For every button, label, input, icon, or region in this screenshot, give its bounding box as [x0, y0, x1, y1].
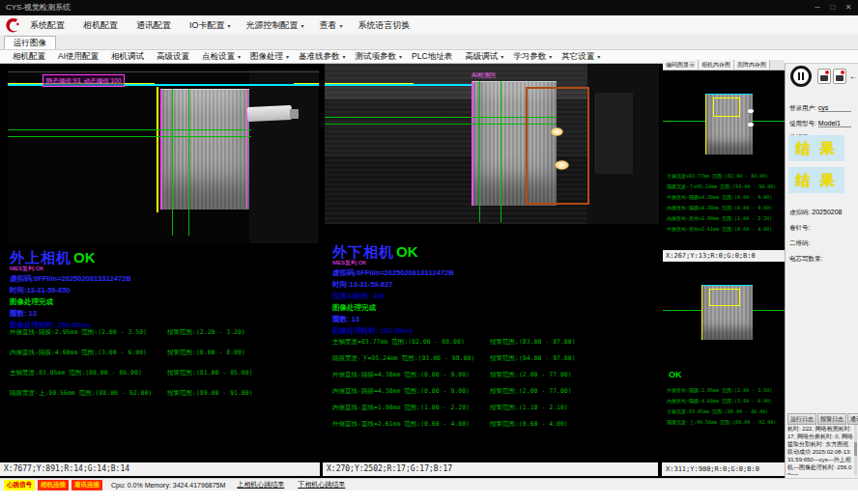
- alarm-range: 报警范围:(1.10 - 2.10): [490, 404, 568, 412]
- close-icon[interactable]: ✕: [841, 0, 856, 15]
- status-bar: 心跳信号相机连接通讯连接 Cpu: 0.0% Memory: 3424.4179…: [0, 478, 858, 490]
- menu-item[interactable]: 系统配置: [22, 15, 75, 36]
- green-measure-line: [325, 124, 557, 125]
- camera-record-bottom-button[interactable]: [833, 69, 846, 84]
- maximize-icon[interactable]: □: [825, 0, 841, 15]
- menu-item[interactable]: 查看▾: [312, 15, 351, 36]
- alarm-range: 报警范围:(2.00 - 77.00): [490, 387, 572, 396]
- heartbeat-link[interactable]: 上相机心跳结果: [237, 480, 284, 490]
- measurement-value: 内侧直线-隔膜=4.38mm 范围:(0.00 - 9.00): [332, 387, 470, 396]
- toolbar-button[interactable]: AI使用配置: [53, 49, 106, 64]
- aux-readout-lines: 外侧直线-隔膜:2.95mm 范围:(2.00 - 3.50)内侧直线-隔膜:4…: [667, 385, 776, 428]
- log-tab[interactable]: 运行日志: [787, 413, 816, 425]
- toolbar-button[interactable]: 相机配置: [8, 49, 53, 64]
- measurement-rows: 主轴宽度=83.77mm 范围:(82.00 - 88.00)报警范围:(83.…: [332, 338, 651, 436]
- cpu-memory-status: Cpu: 0.0% Memory: 3424.41796875M: [111, 482, 225, 489]
- camera-view-aux-bottom[interactable]: OK 外侧直线-隔膜:2.95mm 范围:(2.00 - 3.50)内侧直线-隔…: [663, 262, 785, 466]
- toolbar-button[interactable]: 测试项参数▾: [351, 49, 408, 64]
- tab-strip: 运行图像: [0, 35, 858, 50]
- chevron-down-icon: ▾: [399, 54, 402, 60]
- memory-view-tab[interactable]: 相机内存图: [699, 60, 734, 70]
- result-ok-badge: OK: [669, 370, 682, 379]
- camera-record-top-button[interactable]: [817, 69, 831, 84]
- pause-button[interactable]: [790, 66, 812, 87]
- menu-item[interactable]: 光源控制配置▾: [239, 15, 312, 36]
- weld-spot: [551, 127, 563, 136]
- machine-part: [593, 93, 633, 174]
- log-text: 耗时: 222, 网络检测耗时: 17, 网络分类耗时: 0, 网络提取分割耗时…: [787, 425, 853, 475]
- chevron-down-icon: ▾: [238, 54, 241, 60]
- toolbar-button-label: 相机调试: [111, 51, 144, 61]
- toolbar-button[interactable]: 其它设置▾: [557, 49, 605, 64]
- aux-readout-line: 隔膜宽度-上:90.56mm 范围:(88.00 - 92.00): [667, 417, 776, 428]
- alarm-range: 报警范围:(2.20 - 3.20): [167, 328, 245, 337]
- info-line: 圈数: 13: [10, 308, 131, 320]
- chevron-down-icon: ▾: [228, 23, 231, 29]
- pixel-caption-center: X:270;Y:2502;R:17;G:17;B:17: [323, 462, 658, 476]
- minimize-icon[interactable]: ─: [810, 0, 825, 15]
- measurement-row: 隔膜宽度-上:90.56mm 范围:(88.00 - 92.00)报警范围:(8…: [10, 389, 329, 409]
- log-tab[interactable]: 通讯日志: [847, 413, 858, 425]
- green-measure-line: [8, 136, 251, 137]
- toolbar-button[interactable]: 高级设置: [152, 49, 197, 64]
- aux-readout-line: 外侧直线-隔膜:2.95mm 范围:(2.00 - 3.50): [667, 385, 776, 396]
- status-badge: 心跳信号: [4, 480, 35, 490]
- user-field[interactable]: cys: [818, 104, 851, 112]
- tab-run-image[interactable]: 运行图像: [4, 36, 56, 49]
- edge-line: [8, 71, 319, 72]
- measurement-row: 主轴宽度:83.05mm 范围:(80.00 - 86.00)报警范围:(81.…: [10, 369, 329, 389]
- measurement-value: 主轴宽度=83.77mm 范围:(82.00 - 88.00): [332, 338, 465, 347]
- toolbar-button[interactable]: 相机调试: [106, 49, 152, 64]
- menu-item-label: 系统语言切换: [358, 20, 411, 30]
- toolbar-button[interactable]: PLC地址表: [407, 49, 460, 64]
- status-badge: 通讯连接: [72, 480, 102, 490]
- alarm-range: 报警范围:(89.00 - 91.00): [167, 389, 253, 398]
- machine-background: [249, 70, 319, 243]
- pixel-caption-left: X:7677;Y:891;R:14;G:14;B:14: [0, 462, 320, 476]
- sidebar: ← 登录用户:cys 使用型号:Model1 总结果: 结 果结 果 虚拟码:2…: [785, 64, 858, 478]
- heartbeat-link[interactable]: 下相机心跳结果: [298, 480, 345, 490]
- toolbar-button[interactable]: 高级调试▾: [460, 49, 508, 64]
- measurement-value: 外侧直线-隔膜:2.95mm 范围:(2.00 - 3.50): [10, 328, 147, 337]
- toolbar-button-label: 高级调试: [465, 51, 498, 61]
- memory-view-tabs: 编码图显示相机内存图面阵内存图: [663, 60, 785, 70]
- alarm-range: 报警范围:(2.00 - 77.00): [490, 371, 572, 379]
- log-scrollbar[interactable]: [854, 425, 857, 475]
- info-line: 深度AI耗时: 166: [332, 291, 454, 302]
- toolbar-button-label: 测试项参数: [356, 51, 397, 61]
- toolbar-button[interactable]: 图像处理▾: [245, 49, 294, 64]
- camera-view-outer-bottom[interactable]: AI检测区: [325, 64, 659, 224]
- camera-name: 外下相机: [332, 243, 394, 260]
- measurement-row: 隔膜宽度-下=95.24mm 范围:(93.00 - 98.00)报警范围:(9…: [332, 354, 651, 371]
- mes-recheck-label: MES复判:OK: [332, 259, 366, 267]
- green-measure-line: [172, 89, 173, 236]
- toolbar-button[interactable]: 点检设置▾: [197, 49, 245, 64]
- caption-row: X:7677;Y:891;R:14;G:14;B:14 X:270;Y:2502…: [0, 462, 785, 476]
- back-arrow-button[interactable]: ←: [848, 69, 858, 84]
- toolbar-button-label: 其它设置: [561, 51, 594, 61]
- chevron-down-icon: ▾: [500, 54, 503, 60]
- aux-readout-line: 内侧直线-直线=1.90mm 范围:(1.00 - 2.20): [667, 213, 776, 224]
- toolbar-button[interactable]: 基准线参数▾: [294, 49, 351, 64]
- alarm-range: 报警范围:(0.00 - 8.00): [167, 349, 245, 357]
- toolbar-button-label: 高级设置: [157, 51, 189, 61]
- camera-view-aux-top[interactable]: 主轴宽度=83.77mm 范围:(82.00 - 88.00)隔膜宽度-下=95…: [663, 70, 785, 250]
- aux-readout-line: 外侧直线-隔膜=4.38mm 范围:(0.00 - 9.00): [667, 192, 776, 203]
- menu-item[interactable]: IO卡配置▾: [182, 15, 239, 36]
- camera-view-outer-top[interactable]: 静态阈值:93, 动态阈值:100: [8, 70, 319, 243]
- toolbar-button[interactable]: 学习参数▾: [508, 49, 557, 64]
- menu-item[interactable]: 相机配置: [75, 15, 129, 36]
- memory-view-tab[interactable]: 编码图显示: [663, 60, 699, 70]
- aux-view-column: 编码图显示相机内存图面阵内存图 主轴宽度=83.77mm 范围:(82.00 -…: [663, 60, 785, 466]
- toolbar-button-label: 相机配置: [13, 51, 45, 61]
- aux-readout-line: 主轴宽度=83.77mm 范围:(82.00 - 88.00): [667, 171, 776, 182]
- memory-view-tab[interactable]: 面阵内存图: [734, 60, 770, 70]
- toolbar-button-label: 学习参数: [513, 51, 546, 61]
- menu-item[interactable]: 通讯配置: [129, 15, 182, 36]
- info-line: 虚拟码:0FFIiin=2025020813312472B: [10, 273, 131, 285]
- menu-item[interactable]: 系统语言切换: [351, 15, 421, 36]
- status-badge: 相机连接: [38, 480, 69, 490]
- result-ok-badge: OK: [396, 243, 418, 260]
- log-tab[interactable]: 报警日志: [817, 413, 846, 425]
- menu-item-label: 光源控制配置: [246, 20, 299, 30]
